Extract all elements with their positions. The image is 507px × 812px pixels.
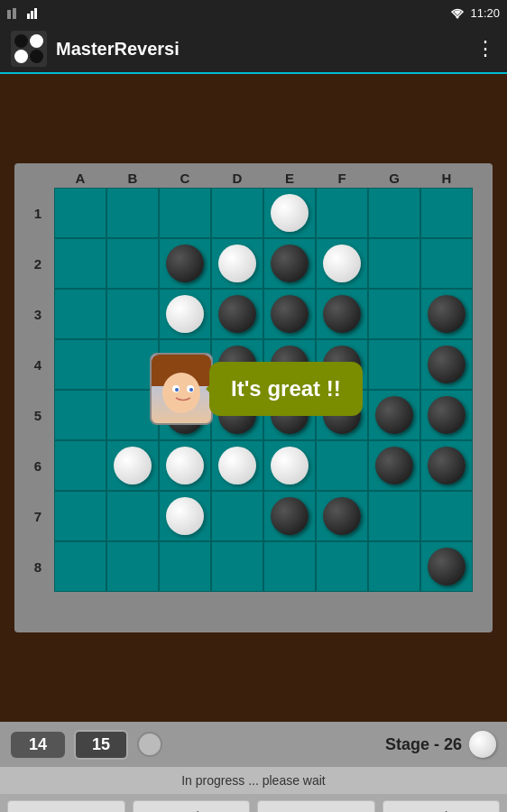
board-row-2: 2 bbox=[22, 238, 485, 289]
cell-2-D[interactable] bbox=[211, 238, 263, 289]
board-container: A B C D E F G H 12345678 bbox=[14, 163, 493, 632]
cell-2-H[interactable] bbox=[420, 238, 473, 289]
svg-point-9 bbox=[189, 388, 193, 392]
cell-2-G[interactable] bbox=[368, 238, 420, 289]
status-bar-right: 11:20 bbox=[450, 6, 500, 20]
avatar-face bbox=[162, 373, 200, 413]
cell-3-E[interactable] bbox=[263, 289, 316, 339]
cell-6-C[interactable] bbox=[159, 440, 211, 491]
row-header-1: 1 bbox=[22, 206, 54, 221]
cell-6-E[interactable] bbox=[263, 440, 316, 491]
cell-6-F[interactable] bbox=[316, 440, 368, 491]
cell-6-B[interactable] bbox=[106, 440, 159, 491]
cell-3-D[interactable] bbox=[211, 289, 263, 339]
cell-6-H[interactable] bbox=[420, 440, 473, 491]
cell-7-D[interactable] bbox=[211, 491, 263, 541]
cell-3-C[interactable] bbox=[159, 289, 211, 339]
row-header-2: 2 bbox=[22, 256, 54, 272]
status-bar: 11:20 bbox=[0, 0, 507, 25]
white-piece bbox=[271, 194, 309, 232]
cell-2-E[interactable] bbox=[263, 238, 316, 289]
cell-1-G[interactable] bbox=[368, 188, 420, 238]
cell-1-A[interactable] bbox=[54, 188, 106, 238]
col-d: D bbox=[211, 171, 263, 186]
cell-4-G[interactable] bbox=[368, 339, 420, 390]
col-b: B bbox=[106, 171, 159, 186]
cell-1-B[interactable] bbox=[106, 188, 159, 238]
app-bar-left: MasterReversi bbox=[11, 31, 180, 67]
white-piece bbox=[271, 447, 309, 484]
cell-8-H[interactable] bbox=[420, 541, 473, 592]
cell-3-F[interactable] bbox=[316, 289, 368, 339]
col-e: E bbox=[263, 171, 316, 186]
svg-rect-1 bbox=[13, 8, 16, 19]
cell-1-E[interactable] bbox=[263, 188, 316, 238]
cell-8-E[interactable] bbox=[263, 541, 316, 592]
row-header-5: 5 bbox=[22, 408, 54, 423]
cell-4-A[interactable] bbox=[54, 339, 106, 390]
cell-3-A[interactable] bbox=[54, 289, 106, 339]
cell-8-C[interactable] bbox=[159, 541, 211, 592]
stage-piece bbox=[469, 731, 496, 758]
moves-button[interactable]: Moves bbox=[257, 800, 375, 812]
cell-6-G[interactable] bbox=[368, 440, 420, 491]
white-piece bbox=[166, 447, 204, 484]
cell-8-F[interactable] bbox=[316, 541, 368, 592]
cell-2-A[interactable] bbox=[54, 238, 106, 289]
status-text-bar: In progress ... please wait bbox=[0, 767, 507, 794]
cell-2-C[interactable] bbox=[159, 238, 211, 289]
cell-8-D[interactable] bbox=[211, 541, 263, 592]
board-row-8: 8 bbox=[22, 541, 485, 592]
cell-5-G[interactable] bbox=[368, 390, 420, 440]
cell-7-E[interactable] bbox=[263, 491, 316, 541]
cell-6-D[interactable] bbox=[211, 440, 263, 491]
col-a: A bbox=[54, 171, 106, 186]
cell-6-A[interactable] bbox=[54, 440, 106, 491]
cell-1-F[interactable] bbox=[316, 188, 368, 238]
undo-button[interactable]: Undo bbox=[133, 800, 251, 812]
cell-7-G[interactable] bbox=[368, 491, 420, 541]
cell-7-B[interactable] bbox=[106, 491, 159, 541]
black-piece bbox=[428, 295, 466, 333]
cell-2-F[interactable] bbox=[316, 238, 368, 289]
board-row-3: 3 bbox=[22, 289, 485, 339]
col-f: F bbox=[316, 171, 368, 186]
black-piece bbox=[271, 497, 309, 535]
cell-7-H[interactable] bbox=[420, 491, 473, 541]
speech-bubble-text: It's great !! bbox=[231, 376, 341, 401]
new-game-button[interactable]: New Game bbox=[7, 800, 125, 812]
main-content: A B C D E F G H 12345678 bbox=[0, 74, 507, 722]
function2-button[interactable]: Function2 bbox=[383, 800, 501, 812]
cell-1-C[interactable] bbox=[159, 188, 211, 238]
cell-3-G[interactable] bbox=[368, 289, 420, 339]
col-g: G bbox=[368, 171, 420, 186]
board-row-6: 6 bbox=[22, 440, 485, 491]
clock: 11:20 bbox=[470, 6, 500, 20]
cell-3-H[interactable] bbox=[420, 289, 473, 339]
more-options-icon[interactable]: ⋮ bbox=[475, 37, 496, 60]
cell-4-H[interactable] bbox=[420, 339, 473, 390]
cell-8-A[interactable] bbox=[54, 541, 106, 592]
white-piece bbox=[218, 447, 256, 484]
cell-8-B[interactable] bbox=[106, 541, 159, 592]
cell-1-H[interactable] bbox=[420, 188, 473, 238]
black-piece bbox=[166, 245, 204, 282]
cell-1-D[interactable] bbox=[211, 188, 263, 238]
row-header-7: 7 bbox=[22, 509, 54, 524]
cell-7-A[interactable] bbox=[54, 491, 106, 541]
cell-8-G[interactable] bbox=[368, 541, 420, 592]
black-piece bbox=[271, 295, 309, 333]
row-header-4: 4 bbox=[22, 357, 54, 373]
svg-point-8 bbox=[175, 388, 179, 392]
cell-2-B[interactable] bbox=[106, 238, 159, 289]
cell-7-C[interactable] bbox=[159, 491, 211, 541]
wifi-icon bbox=[450, 6, 465, 19]
cell-5-A[interactable] bbox=[54, 390, 106, 440]
black-piece bbox=[428, 447, 466, 484]
cell-5-H[interactable] bbox=[420, 390, 473, 440]
cell-7-F[interactable] bbox=[316, 491, 368, 541]
black-piece bbox=[323, 295, 361, 333]
white-piece bbox=[166, 295, 204, 333]
black-piece bbox=[375, 447, 413, 484]
cell-3-B[interactable] bbox=[106, 289, 159, 339]
